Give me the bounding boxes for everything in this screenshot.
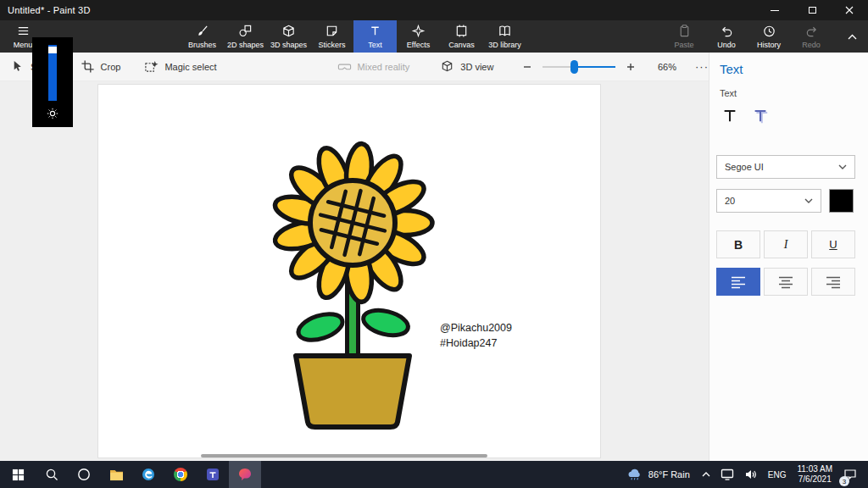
collapse-toolbar-button[interactable]: [841, 30, 863, 43]
crop-icon: [81, 59, 95, 74]
paint3d-taskbar-button[interactable]: [229, 461, 261, 488]
3d-text-icon: [752, 108, 769, 125]
volume-button[interactable]: [739, 461, 763, 488]
tool-2d-shapes[interactable]: 2D shapes: [224, 20, 267, 53]
notification-badge: 3: [839, 476, 849, 486]
ribbon: Select Crop Magic select Mixed reality 3…: [0, 53, 709, 81]
format-row: B I U: [716, 230, 855, 258]
zoom-out-button[interactable]: [522, 60, 532, 74]
font-family-select[interactable]: Segoe UI: [716, 155, 855, 179]
tool-brushes[interactable]: Brushes: [181, 20, 224, 53]
sunflower-drawing: [247, 137, 535, 434]
minus-icon: [522, 62, 532, 72]
magic-select-icon: [144, 59, 159, 74]
redo-button[interactable]: Redo: [790, 20, 832, 53]
file-explorer-button[interactable]: [100, 461, 132, 488]
canvas-icon: [454, 24, 469, 38]
mixed-reality-button[interactable]: Mixed reality: [337, 59, 410, 74]
minimize-icon: [771, 10, 779, 11]
alignment-row: [716, 268, 855, 296]
brightness-slider[interactable]: [48, 45, 57, 101]
language-indicator[interactable]: ENG: [763, 461, 792, 488]
brightness-sun-icon: [47, 108, 58, 119]
tool-text[interactable]: Text: [353, 20, 397, 53]
close-button[interactable]: [831, 0, 868, 20]
teams-button[interactable]: [197, 461, 229, 488]
zoom-slider-handle[interactable]: [570, 60, 578, 74]
stickers-icon: [325, 24, 339, 38]
weather-widget[interactable]: 86°F Rain: [626, 468, 690, 481]
font-size-value: 20: [725, 196, 735, 206]
tool-label: Canvas: [448, 41, 475, 49]
chrome-button[interactable]: [164, 461, 197, 488]
undo-button[interactable]: Undo: [705, 20, 748, 53]
tool-label: Undo: [717, 41, 736, 49]
align-left-button[interactable]: [716, 268, 760, 296]
sunflower-leaf-right: [361, 306, 411, 339]
zoom-percent[interactable]: 66%: [658, 62, 676, 72]
tool-label: Effects: [407, 41, 430, 49]
bold-button[interactable]: B: [716, 230, 760, 258]
more-options-button[interactable]: ···: [695, 60, 709, 73]
zoom-in-button[interactable]: [626, 60, 636, 74]
start-button[interactable]: [0, 461, 36, 488]
mixed-reality-icon: [337, 59, 352, 74]
font-size-select[interactable]: 20: [716, 189, 821, 213]
crop-button[interactable]: Crop: [81, 59, 121, 74]
zoom-slider[interactable]: [542, 59, 615, 75]
3d-text-button[interactable]: [748, 103, 773, 129]
menu-icon: [16, 24, 31, 38]
chevron-down-icon: [838, 164, 847, 169]
2d-text-button[interactable]: [717, 103, 743, 129]
flower-pot: [296, 356, 409, 427]
cortana-button[interactable]: [68, 461, 100, 488]
edit-actions-strip: Paste Undo History Redo: [663, 20, 832, 53]
history-button[interactable]: History: [748, 20, 790, 53]
tool-label: Paste: [674, 41, 693, 49]
taskbar-search-button[interactable]: [36, 461, 68, 488]
3d-view-button[interactable]: 3D view: [440, 59, 493, 74]
underline-button[interactable]: U: [811, 230, 855, 258]
undo-icon: [720, 24, 734, 38]
tool-canvas[interactable]: Canvas: [440, 20, 483, 53]
plus-icon: [626, 62, 636, 72]
align-center-icon: [778, 275, 793, 289]
drawing-canvas[interactable]: @Pikachu2009 #Hoidap247: [97, 84, 601, 458]
action-center-button[interactable]: 3: [838, 461, 865, 488]
tool-3d-shapes[interactable]: 3D shapes: [267, 20, 310, 53]
tool-label: Redo: [802, 41, 821, 49]
tool-label: 3D shapes: [270, 41, 307, 49]
3d-library-icon: [498, 24, 512, 38]
align-left-icon: [731, 275, 746, 289]
minimize-button[interactable]: [756, 0, 793, 20]
paint3d-window: Untitled* - Paint 3D Menu Brushes 2D sha…: [0, 0, 868, 488]
restore-button[interactable]: [793, 0, 831, 20]
history-icon: [762, 24, 776, 38]
3d-view-label: 3D view: [460, 62, 493, 72]
tool-strip: Brushes 2D shapes 3D shapes Stickers Tex…: [181, 20, 526, 53]
align-center-button[interactable]: [764, 268, 808, 296]
crop-label: Crop: [101, 62, 121, 72]
clock[interactable]: 11:03 AM 7/6/2021: [791, 464, 838, 485]
tool-effects[interactable]: Effects: [397, 20, 440, 53]
magic-select-button[interactable]: Magic select: [144, 59, 216, 74]
search-icon: [45, 468, 58, 481]
tool-label: 3D library: [488, 41, 521, 49]
canvas-horizontal-scrollbar[interactable]: [201, 454, 487, 458]
workspace: @Pikachu2009 #Hoidap247: [0, 81, 709, 461]
tool-stickers[interactable]: Stickers: [310, 20, 353, 53]
align-right-icon: [826, 275, 841, 289]
tool-3d-library[interactable]: 3D library: [483, 20, 526, 53]
window-title: Untitled* - Paint 3D: [0, 5, 91, 15]
edge-button[interactable]: [132, 461, 164, 488]
time-text: 11:03 AM: [797, 464, 832, 474]
brightness-slider-handle[interactable]: [48, 47, 57, 53]
text-color-swatch[interactable]: [829, 189, 854, 213]
show-hidden-icons-button[interactable]: [697, 461, 715, 488]
align-right-button[interactable]: [811, 268, 855, 296]
canvas-text-line1: @Pikachu2009: [440, 320, 512, 336]
menu-label: Menu: [14, 41, 33, 49]
network-status-button[interactable]: [715, 461, 739, 488]
paste-button[interactable]: Paste: [663, 20, 705, 53]
italic-button[interactable]: I: [764, 230, 808, 258]
